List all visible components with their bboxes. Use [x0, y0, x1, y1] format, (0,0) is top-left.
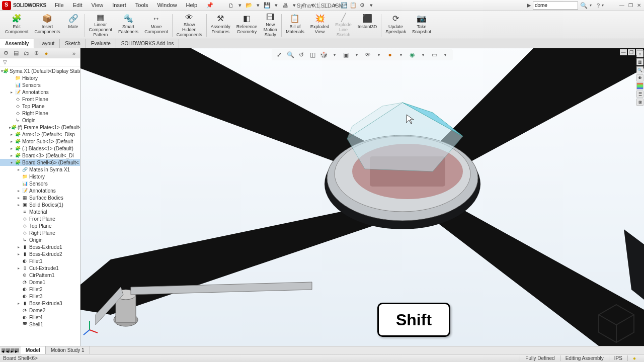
tree-node[interactable]: ◇Right Plane	[0, 229, 80, 236]
tree-node[interactable]: 📁History	[0, 173, 80, 180]
taskpane-home-icon[interactable]: ⌂	[636, 50, 643, 57]
tab-assembly[interactable]: Assembly	[0, 39, 34, 48]
tree-node[interactable]: ▸🧩Board<3> (Default<_Di	[0, 152, 80, 159]
status-units[interactable]: IPS	[609, 355, 627, 361]
explode-line-sketch-button[interactable]: ╱Explode Line Sketch	[332, 12, 355, 39]
close-icon[interactable]: ✕	[635, 2, 643, 9]
tree-node[interactable]: ⊚CirPattern1	[0, 272, 80, 279]
tree-node[interactable]: ▸🧩(f) Frame Plate<1> (Default<	[0, 124, 80, 131]
tree-node[interactable]: 📊Sensors	[0, 180, 80, 187]
tree-node[interactable]: ▸📝Annotations	[0, 187, 80, 194]
tree-node[interactable]: ◇Top Plane	[0, 222, 80, 229]
linear-pattern-button[interactable]: ▦Linear Component Pattern	[86, 12, 116, 39]
menu-help[interactable]: Help	[183, 1, 201, 10]
dropdown-icon[interactable]: ▾	[254, 2, 262, 10]
tree-node[interactable]: ◐Fillet2	[0, 286, 80, 293]
menu-tools[interactable]: Tools	[132, 1, 152, 10]
insert-components-button[interactable]: 📦Insert Components	[32, 12, 63, 39]
zoom-area-icon[interactable]: 🔍	[286, 50, 295, 59]
update-speedpak-button[interactable]: ⟳Update Speedpak	[382, 12, 409, 39]
open-icon[interactable]: 📂	[245, 2, 253, 10]
dropdown-icon[interactable]: ▾	[374, 50, 383, 59]
taskpane-view-icon[interactable]: 👁	[636, 74, 643, 81]
search-input[interactable]	[533, 2, 578, 10]
new-motion-study-button[interactable]: 🎞New Motion Study	[260, 12, 280, 39]
tree-node[interactable]: ◇Right Plane	[0, 110, 80, 117]
prev-view-icon[interactable]: ↺	[297, 50, 306, 59]
vp-max-icon[interactable]: ❐	[628, 49, 635, 55]
reference-geometry-button[interactable]: ◧Reference Geometry	[233, 12, 261, 39]
edit-component-button[interactable]: 🧩Edit Component	[2, 12, 32, 39]
move-component-button[interactable]: ↔Move Component	[141, 12, 171, 39]
mate-button[interactable]: 🔗Mate	[63, 12, 84, 39]
dropdown-icon[interactable]: ▾	[441, 50, 450, 59]
tree-root-node[interactable]: ▾🧩Syma X1 (Default<Display State-1>)	[0, 67, 80, 74]
tree-navigate-icon[interactable]: ⊕	[32, 49, 41, 57]
tree-node[interactable]: 📊Sensors	[0, 81, 80, 88]
tree-node[interactable]: ▸▮Boss-Extrude2	[0, 250, 80, 257]
tree-node[interactable]: ▸▦Surface Bodies	[0, 194, 80, 201]
tree-color-icon[interactable]: ●	[42, 49, 51, 57]
smart-fasteners-button[interactable]: 🔩Smart Fasteners	[115, 12, 141, 39]
take-snapshot-button[interactable]: 📷Take Snapshot	[409, 12, 434, 39]
menu-insert[interactable]: Insert	[109, 1, 130, 10]
bottom-tab-motion[interactable]: Motion Study 1	[46, 346, 90, 354]
tree-node[interactable]: ▸🧩Arm<1> (Default<_Disp	[0, 131, 80, 138]
scene-icon[interactable]: ◉	[408, 50, 417, 59]
dropdown-icon[interactable]: ▾	[236, 2, 244, 10]
restore-icon[interactable]: ❐	[626, 2, 634, 9]
display-style-icon[interactable]: ▣	[341, 50, 350, 59]
taskpane-appear-icon[interactable]	[636, 82, 643, 89]
tree-node[interactable]: ↳Origin	[0, 117, 80, 124]
section-view-icon[interactable]: ◫	[308, 50, 317, 59]
tree-node[interactable]: ◔Dome1	[0, 279, 80, 286]
tree-node[interactable]: ◇Top Plane	[0, 103, 80, 110]
hide-show-icon[interactable]: 👁	[363, 50, 372, 59]
tree-node[interactable]: 📁History	[0, 74, 80, 81]
tree-node[interactable]: ▸🧩(-) Blades<1> (Default)	[0, 145, 80, 152]
assembly-features-button[interactable]: ⚒Assembly Features	[208, 12, 233, 39]
view-orient-icon[interactable]: 🎲	[319, 50, 328, 59]
dropdown-icon[interactable]: ▾	[367, 2, 375, 10]
bottom-tab-nav[interactable]: ◂◂▸▸	[0, 346, 21, 354]
zoom-fit-icon[interactable]: ⤢	[275, 50, 284, 59]
bom-button[interactable]: 📋Bill of Materials	[283, 12, 307, 39]
feature-tree[interactable]: ▾🧩Syma X1 (Default<Display State-1>) 📁Hi…	[0, 66, 80, 346]
graphics-viewport[interactable]: ⤢ 🔍 ↺ ◫ 🎲▾ ▣▾ 👁▾ ●▾ ◉▾ ▭▾ — ❐ ✕ ⌂ ▥ 🔍 👁 …	[80, 48, 644, 346]
help-icon[interactable]: ?	[597, 3, 600, 9]
menu-edit[interactable]: Edit	[69, 1, 86, 10]
tree-node[interactable]: ◐Fillet1	[0, 257, 80, 264]
print-icon[interactable]: 🖶	[281, 2, 289, 10]
dropdown-icon[interactable]: ▾	[330, 50, 339, 59]
dropdown-icon[interactable]: ▾	[272, 2, 280, 10]
tree-node[interactable]: ▸📝Annotations	[0, 88, 80, 96]
show-hidden-button[interactable]: 👁Show Hidden Components	[174, 12, 205, 39]
tab-layout[interactable]: Layout	[34, 39, 60, 48]
tree-node[interactable]: ◔Dome2	[0, 307, 80, 314]
tree-node[interactable]: ◐Fillet3	[0, 293, 80, 300]
menu-file[interactable]: File	[51, 1, 67, 10]
search-target-icon[interactable]: ▶	[527, 2, 531, 9]
minimize-icon[interactable]: —	[618, 2, 626, 9]
save-icon[interactable]: 💾	[263, 2, 271, 10]
taskpane-search-icon[interactable]: 🔍	[636, 66, 643, 73]
tree-display-icon[interactable]: ▤	[12, 49, 21, 57]
tree-node[interactable]: ↳Origin	[0, 236, 80, 243]
tree-expand-icon[interactable]: »	[69, 49, 78, 57]
search-icon[interactable]: 🔍	[580, 2, 588, 9]
tree-node[interactable]: ▸▮Boss-Extrude3	[0, 300, 80, 307]
instant3d-button[interactable]: ⬛Instant3D	[355, 12, 380, 39]
dropdown-icon[interactable]: ▾	[396, 50, 406, 59]
menu-view[interactable]: View	[88, 1, 107, 10]
taskpane-forum-icon[interactable]: ⊞	[636, 99, 643, 106]
menu-window[interactable]: Window	[153, 1, 180, 10]
tab-evaluate[interactable]: Evaluate	[86, 39, 116, 48]
status-warn-icon[interactable]: ●	[627, 355, 641, 361]
dropdown-icon[interactable]: ▾	[352, 50, 361, 59]
tree-node[interactable]: ◚Shell1	[0, 321, 80, 328]
settings-icon[interactable]: ⚙	[358, 2, 366, 10]
new-doc-icon[interactable]: 🗋	[227, 2, 235, 10]
tree-node[interactable]: ▸▮Boss-Extrude1	[0, 243, 80, 250]
options-icon[interactable]: 📋	[349, 2, 357, 10]
filter-bar[interactable]: ▽	[0, 58, 80, 66]
